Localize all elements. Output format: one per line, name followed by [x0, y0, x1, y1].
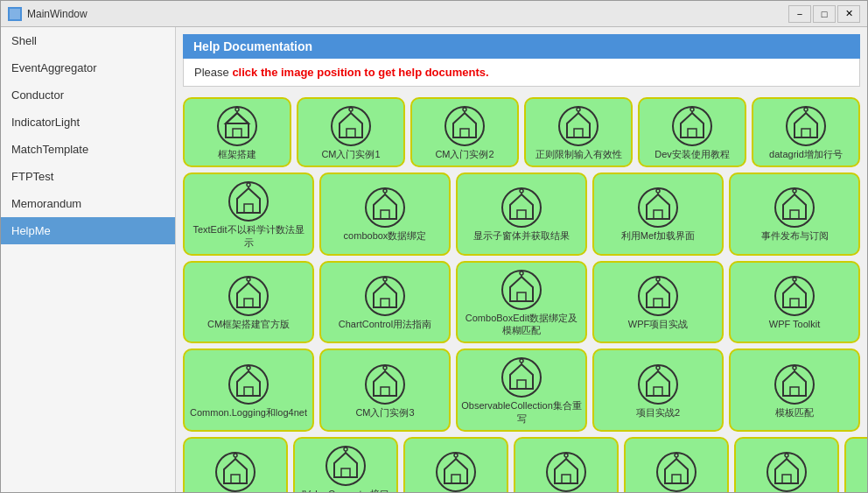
svg-marker-134	[775, 459, 798, 483]
svg-rect-15	[460, 129, 469, 137]
sidebar-item-matchtemplate[interactable]: MatchTemplate	[1, 136, 175, 163]
sidebar-item-indicatorlight[interactable]: IndicatorLight	[1, 109, 175, 136]
house-icon-27	[765, 450, 808, 492]
svg-rect-90	[381, 387, 389, 396]
sidebar-item-eventaggregator[interactable]: EventAggregator	[1, 54, 175, 81]
grid-item-logging[interactable]: Common.Logging和log4net	[183, 349, 314, 432]
svg-marker-84	[237, 371, 260, 396]
grid-item-wpf[interactable]: WPF项目实战	[592, 261, 724, 344]
window-icon	[8, 7, 22, 21]
grid-item-label: CM入门实例1	[321, 148, 380, 160]
grid-item-contextmenu[interactable]: 右键菜单	[734, 437, 839, 492]
grid-item-multipage[interactable]: 多页面管理	[844, 437, 867, 492]
house-icon-19	[500, 356, 543, 399]
house-icon-11	[773, 186, 816, 229]
house-icon-1	[215, 104, 259, 148]
grid-item-label: ComboBoxEdit数据绑定及模糊匹配	[461, 312, 582, 337]
grid-item-indicator[interactable]: 指示灯	[403, 437, 508, 492]
svg-marker-104	[783, 371, 806, 396]
svg-point-67	[383, 278, 387, 281]
grid-item-cm3[interactable]: CM入门实例3	[319, 349, 451, 432]
svg-rect-85	[244, 387, 253, 396]
grid-item-template[interactable]: 模板匹配	[729, 349, 860, 432]
svg-point-57	[793, 189, 796, 193]
grid-item-datagrid[interactable]: datagrid增加行号	[752, 97, 860, 167]
grid-item-dev[interactable]: Dev安装使用教程	[638, 97, 746, 167]
grid-item-cm1[interactable]: CM入门实例1	[297, 97, 405, 167]
grid-item-comboboxedit[interactable]: ComboBoxEdit数据绑定及模糊匹配	[456, 261, 587, 344]
svg-rect-70	[517, 292, 526, 301]
house-icon-4	[556, 104, 600, 148]
grid-item-wpftoolkit[interactable]: WPF Toolkit	[729, 261, 860, 344]
svg-rect-4	[233, 129, 242, 137]
grid-item-event[interactable]: 事件发布与订阅	[729, 173, 860, 256]
svg-rect-45	[517, 210, 526, 219]
svg-marker-79	[783, 283, 806, 307]
svg-rect-35	[244, 204, 253, 213]
house-icon-26	[654, 450, 698, 492]
house-icon-17	[227, 363, 270, 406]
svg-point-62	[247, 278, 250, 281]
maximize-button[interactable]: □	[813, 5, 836, 23]
sidebar-item-helpme[interactable]: HelpMe	[1, 217, 175, 244]
svg-marker-14	[453, 113, 476, 137]
sidebar-item-ftptest[interactable]: FTPTest	[1, 163, 175, 190]
minimize-button[interactable]: −	[788, 5, 811, 23]
svg-point-132	[675, 454, 678, 457]
grid-item-subwindow[interactable]: 显示子窗体并获取结果	[456, 173, 587, 256]
svg-point-117	[344, 447, 347, 451]
svg-point-22	[577, 108, 580, 111]
grid-item-regex[interactable]: 正则限制输入有效性	[524, 97, 633, 167]
svg-point-37	[247, 183, 250, 187]
house-icon-12	[227, 274, 270, 318]
svg-marker-89	[374, 371, 396, 396]
house-icon-25	[544, 450, 588, 492]
grid-item-kuangjiajijian[interactable]: 框架搭建	[183, 97, 291, 167]
svg-marker-119	[444, 459, 467, 483]
svg-point-82	[793, 278, 796, 281]
house-icon-3	[443, 104, 486, 148]
grid-item-combobox[interactable]: combobox数据绑定	[319, 173, 451, 256]
svg-marker-74	[647, 283, 669, 307]
svg-rect-125	[562, 475, 570, 483]
svg-marker-39	[374, 194, 396, 219]
grid-row-3: CM框架搭建官方版 ChartControl用法指南	[183, 261, 860, 344]
help-header: Help Documentation	[183, 34, 860, 59]
grid-item-mef[interactable]: 利用Mef加载界面	[592, 173, 724, 256]
svg-rect-100	[654, 387, 662, 396]
grid-item-label: Dev安装使用教程	[654, 148, 730, 160]
grid-item-observable[interactable]: ObservableCollection集合重写	[456, 349, 587, 432]
svg-point-12	[349, 108, 353, 111]
house-icon-13	[363, 274, 407, 318]
close-button[interactable]: ✕	[837, 5, 860, 23]
svg-point-87	[247, 366, 250, 370]
grid-item-label: CM入门实例3	[355, 406, 414, 419]
grid-item-chartcontrol[interactable]: ChartControl用法指南	[319, 261, 451, 344]
svg-point-102	[656, 366, 660, 370]
grid-item-datagridbg[interactable]: DataGrid改变背景色	[183, 437, 288, 492]
svg-rect-120	[452, 475, 460, 483]
svg-point-107	[793, 366, 796, 370]
grid-item-ftp[interactable]: FTP上传|下载|删除	[514, 437, 619, 492]
svg-point-122	[454, 454, 458, 457]
grid-item-ivalueconverter[interactable]: IValueConverter接口用法举例	[293, 437, 398, 492]
sidebar-item-conductor[interactable]: Conductor	[1, 81, 175, 109]
house-icon-18	[363, 363, 407, 406]
grid-item-memo[interactable]: 备忘录	[624, 437, 729, 492]
grid-item-label: 事件发布与订阅	[761, 229, 829, 242]
grid-item-cmofficial[interactable]: CM框架搭建官方版	[183, 261, 314, 344]
svg-marker-49	[647, 194, 669, 219]
sidebar-item-memorandum[interactable]: Memorandum	[1, 190, 175, 217]
svg-point-32	[804, 108, 808, 111]
svg-rect-95	[517, 380, 526, 389]
house-icon-22	[214, 450, 257, 492]
svg-rect-1	[10, 9, 20, 19]
grid-row-4: Common.Logging和log4net CM入门实例3	[183, 349, 860, 432]
grid-item-textedit[interactable]: TextEdit不以科学计数法显示	[183, 173, 314, 256]
grid-item-cm2[interactable]: CM入门实例2	[410, 97, 519, 167]
sidebar-item-shell[interactable]: Shell	[1, 27, 175, 54]
grid-item-project2[interactable]: 项目实战2	[592, 349, 724, 432]
svg-rect-115	[341, 468, 350, 477]
svg-rect-65	[381, 299, 389, 307]
grid-item-label: 正则限制输入有效性	[536, 148, 622, 160]
